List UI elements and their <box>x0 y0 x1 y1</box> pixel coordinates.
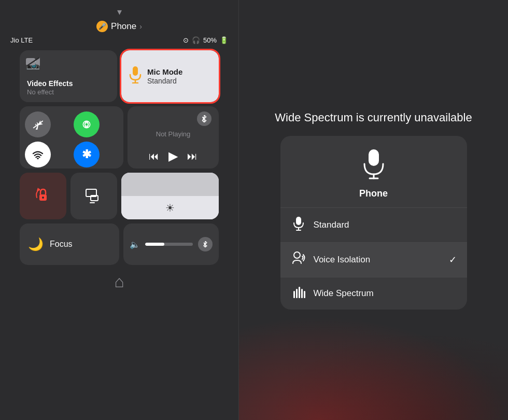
airplane-icon: ✈ <box>32 119 44 130</box>
svg-rect-25 <box>296 289 298 298</box>
volume-tile[interactable]: 🔈 <box>123 223 219 265</box>
play-button[interactable]: ▶ <box>168 149 178 163</box>
bluetooth-button[interactable]: ✱ <box>74 142 100 167</box>
mic-mode-menu: Phone Standard <box>280 136 467 310</box>
svg-point-11 <box>42 197 44 199</box>
voice-isolation-icon <box>291 251 306 269</box>
standard-mic-icon <box>291 216 306 234</box>
mic-mode-icon <box>129 66 142 87</box>
mic-menu-large-icon <box>361 148 386 184</box>
battery-percent: 50% <box>203 36 217 44</box>
battery-icon: 🔋 <box>220 36 228 44</box>
brightness-tile[interactable]: ☀ <box>121 173 219 219</box>
right-content: Wide Spectrum is currently unavailable P… <box>275 110 472 310</box>
row-1: 📷̶ Video Effects No effect <box>20 50 219 102</box>
background-blur <box>239 316 508 420</box>
media-bluetooth-icon <box>197 111 211 126</box>
airplane-mode-button[interactable]: ✈ <box>25 111 51 137</box>
video-effects-title: Video Effects <box>27 79 110 88</box>
focus-tile[interactable]: 🌙 Focus <box>20 223 119 265</box>
phone-mic-icon: 🎤 <box>96 21 108 32</box>
status-right: ⊙ 🎧 50% 🔋 <box>183 36 228 44</box>
left-panel: ▾ 🎤 Phone › Jio LTE ⊙ 🎧 50% 🔋 📷̶ Video E… <box>0 0 238 420</box>
wifi-button[interactable] <box>25 142 51 167</box>
rewind-button[interactable]: ⏮ <box>149 150 159 162</box>
phone-header-label: Phone <box>111 21 136 32</box>
voice-isolation-label: Voice Isolation <box>314 255 442 265</box>
right-panel: Wide Spectrum is currently unavailable P… <box>239 0 508 420</box>
mic-mode-subtitle: Standard <box>147 77 182 85</box>
mic-mode-standard-item[interactable]: Standard <box>280 208 467 243</box>
media-controls: ⏮ ▶ ⏭ <box>135 149 211 163</box>
svg-rect-3 <box>133 66 138 76</box>
mic-mode-tile[interactable]: Mic Mode Standard <box>121 50 219 102</box>
video-slash-icon <box>26 57 40 67</box>
svg-text:✈: ✈ <box>35 121 40 129</box>
home-button[interactable]: ⌂ <box>114 272 124 291</box>
standard-label: Standard <box>314 220 457 230</box>
svg-rect-19 <box>296 217 301 225</box>
media-tile[interactable]: Not Playing ⏮ ▶ ⏭ <box>128 106 219 169</box>
voice-isolation-checkmark: ✓ <box>449 254 457 265</box>
volume-low-icon: 🔈 <box>130 240 140 249</box>
swipe-handle[interactable]: ▾ <box>117 6 122 18</box>
svg-point-9 <box>37 158 39 159</box>
wide-spectrum-label: Wide Spectrum <box>314 288 457 299</box>
mic-menu-items: Standard Voice Isolation ✓ <box>280 207 467 310</box>
screen-mirror-icon <box>86 189 102 203</box>
control-center-grid: 📷̶ Video Effects No effect <box>10 50 228 265</box>
row-3: ☀ <box>20 173 219 219</box>
mic-mode-wide-spectrum-item[interactable]: Wide Spectrum <box>280 277 467 310</box>
svg-point-22 <box>294 252 300 258</box>
svg-rect-28 <box>304 291 305 298</box>
mic-mode-title: Mic Mode <box>147 67 182 77</box>
lock-rotation-icon <box>35 187 51 205</box>
screen-lock-tile[interactable] <box>20 173 66 219</box>
rotation-lock-icon: ⊙ <box>183 36 189 44</box>
carrier-label: Jio LTE <box>10 36 33 44</box>
fast-forward-button[interactable]: ⏭ <box>187 150 197 162</box>
svg-rect-16 <box>369 149 379 166</box>
media-not-playing-label: Not Playing <box>135 130 211 149</box>
brightness-icon: ☀ <box>165 202 175 214</box>
media-top <box>135 111 211 126</box>
focus-label: Focus <box>50 240 73 249</box>
video-effects-subtitle: No effect <box>27 88 110 96</box>
wide-spectrum-icon <box>291 286 306 301</box>
row-4: 🌙 Focus 🔈 <box>20 223 219 265</box>
video-effects-tile[interactable]: 📷̶ Video Effects No effect <box>20 50 117 102</box>
mic-mode-voice-isolation-item[interactable]: Voice Isolation ✓ <box>280 243 467 277</box>
phone-header-chevron: › <box>139 22 142 31</box>
mic-mode-text: Mic Mode Standard <box>147 67 182 85</box>
phone-header: 🎤 Phone › <box>96 21 142 32</box>
svg-rect-27 <box>301 289 303 298</box>
connectivity-tile: ✈ <box>20 106 123 169</box>
status-bar: Jio LTE ⊙ 🎧 50% 🔋 <box>0 36 238 44</box>
mic-menu-title: Phone <box>359 188 388 199</box>
svg-point-7 <box>83 121 90 128</box>
unavailable-message: Wide Spectrum is currently unavailable <box>275 110 472 125</box>
moon-icon: 🌙 <box>28 237 44 251</box>
wifi-icon <box>32 150 44 159</box>
screen-mirror-tile[interactable] <box>70 173 117 219</box>
cellular-button[interactable] <box>74 111 100 137</box>
row-2: ✈ <box>20 106 219 169</box>
headphone-icon: 🎧 <box>192 36 200 44</box>
mic-menu-header: Phone <box>280 136 467 207</box>
cellular-icon <box>81 119 92 130</box>
svg-rect-24 <box>293 291 295 298</box>
svg-rect-26 <box>299 287 300 298</box>
volume-bluetooth-icon <box>198 237 213 251</box>
